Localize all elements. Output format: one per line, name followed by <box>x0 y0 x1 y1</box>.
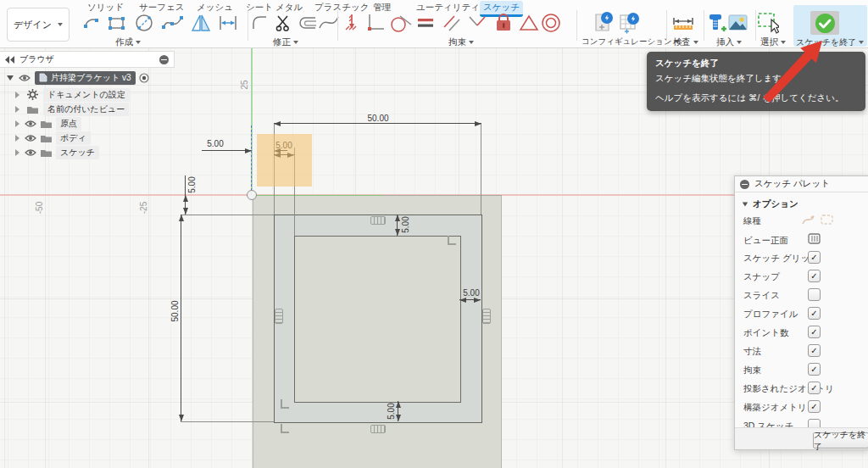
rectangle-tool-button[interactable] <box>105 12 127 34</box>
midpoint-icon <box>467 13 487 33</box>
dim-inset-right[interactable]: 5.00 <box>463 288 479 298</box>
constraints-checkbox[interactable]: ✓ <box>808 363 821 376</box>
finish-sketch-palette-button[interactable]: スケッチを終了 <box>813 432 868 448</box>
finish-sketch-icon-button[interactable] <box>814 12 836 34</box>
bolt-icon <box>706 11 728 35</box>
points-checkbox[interactable]: ✓ <box>808 326 821 338</box>
dim-outer-height[interactable]: 50.00 <box>170 300 180 321</box>
inspect-measure-button[interactable] <box>671 12 693 34</box>
browser-item-sketches[interactable]: スケッチ <box>15 146 99 159</box>
triangle-icon <box>519 14 539 32</box>
construction-line[interactable] <box>251 125 252 195</box>
dim-inset-top[interactable]: 5.00 <box>401 216 410 232</box>
perpendicular-constraint-icon[interactable] <box>278 399 289 410</box>
configuration-doc-button[interactable] <box>593 12 615 34</box>
spline-tool-button[interactable] <box>162 12 184 34</box>
design-menu-button[interactable]: デザイン <box>7 8 70 42</box>
circle-tool-button[interactable] <box>133 12 155 34</box>
expand-icon[interactable] <box>15 106 19 113</box>
options-section-header[interactable]: オプション <box>742 198 798 210</box>
construction-geometry-label: 構築ジオメトリ <box>743 402 807 414</box>
docsettings-label: ドキュメントの設定 <box>43 88 130 102</box>
arc-tool-button[interactable] <box>81 12 103 34</box>
dimensions-checkbox[interactable]: ✓ <box>808 344 821 357</box>
fix-constraint-button[interactable] <box>341 12 363 34</box>
profile-label: プロファイル <box>743 309 798 320</box>
expand-icon[interactable] <box>15 149 19 156</box>
radio-active-icon[interactable] <box>139 73 149 83</box>
expand-collapse-icon[interactable] <box>7 75 14 81</box>
fillet-icon <box>251 14 270 32</box>
dimension-tool-button[interactable] <box>217 12 239 34</box>
parallel-icon <box>442 13 462 33</box>
offset-tool-button[interactable] <box>297 12 319 34</box>
document-item[interactable]: 片持梁ブラケット v3 <box>35 71 136 85</box>
parallel-constraint-button[interactable] <box>441 12 463 34</box>
perpendicular-constraint-icon[interactable] <box>278 424 289 435</box>
symmetry-constraint-button[interactable] <box>518 12 540 34</box>
constraints-dropdown[interactable]: 拘束 <box>448 36 474 48</box>
dim-inset-bottom[interactable]: 5.00 <box>387 403 396 419</box>
collapse-all-icon[interactable] <box>159 55 169 64</box>
equal-constraint-button[interactable] <box>415 12 437 34</box>
dim-outer-width[interactable]: 50.00 <box>367 114 388 123</box>
grid-checkbox[interactable]: ✓ <box>808 251 821 264</box>
select-tool-button[interactable] <box>757 12 779 34</box>
browser-item-bodies[interactable]: ボディ <box>15 131 91 144</box>
create-dropdown[interactable]: 作成 <box>115 36 141 48</box>
expand-icon[interactable] <box>15 135 19 142</box>
browser-item-document[interactable]: 片持梁ブラケット v3 <box>7 71 149 84</box>
centerline-icon[interactable] <box>820 214 834 226</box>
insert-canvas-button[interactable] <box>706 12 728 34</box>
document-label: 片持梁ブラケット v3 <box>51 72 131 84</box>
rectangle-icon <box>107 14 125 32</box>
fillet-tool-button[interactable] <box>249 12 271 34</box>
perpendicular-constraint-button[interactable] <box>364 12 387 34</box>
lock-constraint-button[interactable] <box>492 12 515 34</box>
folder-icon <box>41 134 52 142</box>
eye-icon[interactable] <box>25 134 36 142</box>
collinear-constraint-icon[interactable] <box>275 309 283 324</box>
profile-checkbox[interactable]: ✓ <box>808 307 821 320</box>
browser-item-namedviews[interactable]: 名前の付いたビュー <box>15 103 129 115</box>
eye-icon[interactable] <box>19 74 31 82</box>
eye-icon[interactable] <box>25 148 36 157</box>
mirror-tool-button[interactable] <box>190 12 212 34</box>
configuration-dropdown[interactable]: コンフィギュレーション <box>581 36 680 47</box>
red-arrow-annotation <box>761 36 837 108</box>
trim-tool-button[interactable] <box>273 12 295 34</box>
modify-dropdown[interactable]: 修正 <box>273 36 298 48</box>
slice-checkbox[interactable] <box>808 288 821 301</box>
browser-item-origin[interactable]: 原点 <box>15 117 81 130</box>
points-label: ポイント数 <box>743 327 788 339</box>
collapse-palette-icon[interactable] <box>740 180 749 189</box>
inspect-dropdown[interactable]: 検査 <box>673 36 698 48</box>
tangent-constraint-button[interactable] <box>390 12 412 34</box>
construction-geometry-checkbox[interactable]: ✓ <box>808 400 821 413</box>
dim-offset-left[interactable]: 5.00 <box>207 139 223 148</box>
collapse-panel-icon[interactable] <box>5 56 14 64</box>
projected-geometry-checkbox[interactable]: ✓ <box>808 382 821 394</box>
collinear-constraint-icon[interactable] <box>482 309 491 324</box>
insert-dropdown[interactable]: 挿入 <box>716 36 742 48</box>
browser-item-docsettings[interactable]: ドキュメントの設定 <box>15 88 130 101</box>
construction-line-icon[interactable] <box>801 214 815 226</box>
palette-header[interactable]: スケッチ パレット <box>735 176 868 192</box>
expand-icon[interactable] <box>15 92 19 98</box>
insert-image-button[interactable] <box>727 12 749 34</box>
collinear-constraint-icon[interactable] <box>370 425 386 433</box>
look-at-icon[interactable] <box>808 233 821 244</box>
browser-header[interactable]: ブラウザ <box>0 51 175 68</box>
midpoint-constraint-button[interactable] <box>466 12 488 34</box>
perpendicular-constraint-icon[interactable] <box>445 236 456 247</box>
sketch-inner-rectangle[interactable] <box>294 236 461 403</box>
origin-point[interactable] <box>247 190 257 200</box>
eye-icon[interactable] <box>25 120 36 128</box>
expand-icon[interactable] <box>15 120 19 127</box>
dim-offset-top-left[interactable]: 5.00 <box>187 176 197 192</box>
snap-checkbox[interactable]: ✓ <box>808 270 821 282</box>
collinear-constraint-icon[interactable] <box>370 216 386 225</box>
configuration-table-button[interactable] <box>618 12 640 34</box>
equal-icon <box>415 14 436 31</box>
concentric-constraint-button[interactable] <box>540 12 562 34</box>
